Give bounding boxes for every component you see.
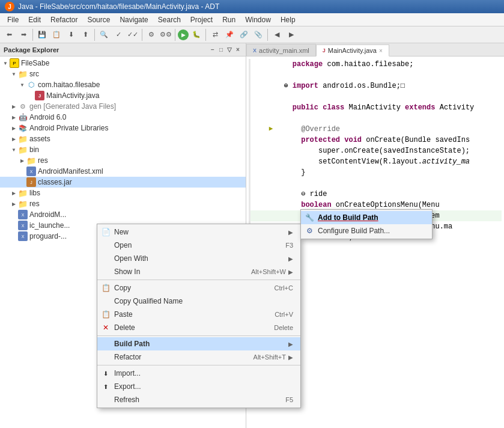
icon-bin: 📁 — [18, 145, 28, 154]
ctx-open[interactable]: Open F3 — [97, 239, 300, 252]
ctx-new-icon: 📄 — [101, 227, 111, 237]
label-res: res — [29, 200, 40, 208]
ctx-copy[interactable]: 📋 Copy Ctrl+C — [97, 281, 300, 295]
tree-item-androidm[interactable]: X AndroidM... — [0, 209, 246, 220]
toolbar-btn-11[interactable]: ⇄ — [208, 28, 222, 41]
tree-item-filesabe[interactable]: ▼ P FileSabe — [0, 58, 246, 69]
run-button[interactable]: ▶ — [178, 29, 189, 40]
menu-run[interactable]: Run — [217, 14, 240, 25]
toolbar-sep-1 — [32, 29, 33, 41]
icon-package: ⬡ — [26, 80, 36, 90]
arrow-src: ▼ — [11, 71, 17, 77]
ctx-new[interactable]: 📄 New ▶ — [97, 225, 300, 239]
toolbar-btn-debug[interactable]: 🐛 — [190, 28, 203, 41]
label-assets: assets — [29, 135, 50, 143]
toolbar-sep-2 — [94, 29, 95, 41]
submenu-add-to-build-path[interactable]: 🔧 Add to Build Path — [301, 211, 432, 224]
tab-mainactivity-close[interactable]: × — [379, 47, 383, 54]
ctx-delete[interactable]: ✕ Delete Delete — [97, 321, 300, 334]
arrow-bin: ▼ — [11, 147, 17, 153]
menu-help[interactable]: Help — [276, 14, 300, 25]
menu-search[interactable]: Search — [153, 14, 186, 25]
ctx-copy-qualified-label: Copy Qualified Name — [114, 297, 293, 305]
panel-explorer-maximize[interactable]: □ — [217, 46, 225, 54]
menu-file[interactable]: File — [2, 14, 23, 25]
tree-item-res-bin[interactable]: ▶ 📁 res — [0, 155, 246, 166]
toolbar-btn-5[interactable]: ⬆ — [79, 28, 92, 41]
label-filesabe: FileSabe — [21, 59, 49, 67]
tree-item-android60[interactable]: ▶ 🤖 Android 6.0 — [0, 112, 246, 123]
submenu-add-icon: 🔧 — [305, 213, 314, 222]
tree-item-gen[interactable]: ▶ ⚙ gen [Generated Java Files] — [0, 101, 246, 112]
arrow-android60: ▶ — [11, 114, 17, 120]
ctx-import-label: Import... — [114, 369, 293, 378]
tree-item-res[interactable]: ▶ 📁 res — [0, 198, 246, 209]
icon-assets: 📁 — [18, 134, 28, 144]
toolbar-btn-1[interactable]: ⬅ — [2, 28, 16, 41]
ctx-delete-label: Delete — [114, 323, 262, 332]
toolbar-btn-6[interactable]: 🔍 — [97, 28, 111, 41]
arrow-gen: ▶ — [11, 103, 17, 109]
code-line-blank2 — [249, 113, 502, 124]
tree-item-mainactivity[interactable]: J MainActivity.java — [0, 90, 246, 101]
ctx-build-path-label: Build Path — [114, 340, 286, 348]
tree-item-package[interactable]: ▼ ⬡ com.haitao.filesabe — [0, 79, 246, 90]
ctx-export[interactable]: ⬆ Export... — [97, 380, 300, 393]
arrow-assets: ▶ — [11, 136, 17, 142]
menu-edit[interactable]: Edit — [23, 14, 46, 25]
toolbar-btn-4[interactable]: ⬇ — [64, 28, 77, 41]
code-line-closebrace: } — [249, 167, 502, 178]
icon-project-filesabe: P — [10, 58, 19, 68]
ctx-export-icon: ⬆ — [101, 382, 111, 391]
build-path-submenu: 🔧 Add to Build Path ⚙ Configure Build Pa… — [300, 209, 433, 239]
menu-refactor[interactable]: Refactor — [46, 14, 82, 25]
tree-item-src[interactable]: ▼ 📁 src — [0, 69, 246, 79]
ctx-paste[interactable]: 📋 Paste Ctrl+V — [97, 308, 300, 321]
icon-androidm: X — [18, 210, 28, 219]
ctx-refresh[interactable]: Refresh F5 — [97, 393, 300, 406]
toolbar-btn-13[interactable]: 🔗 — [237, 28, 250, 41]
toolbar-btn-9[interactable]: ⚙ — [145, 28, 158, 41]
ctx-delete-icon: ✕ — [101, 323, 111, 332]
tree-item-androidmanifest-bin[interactable]: X AndroidManifest.xml — [0, 166, 246, 177]
menu-project[interactable]: Project — [186, 14, 217, 25]
window-title: Java - FileSabe/src/com/haitao/filesabe/… — [18, 2, 219, 11]
panel-explorer-close[interactable]: × — [234, 46, 242, 54]
ctx-open-with[interactable]: Open With ▶ — [97, 252, 300, 265]
ctx-refactor[interactable]: Refactor Alt+Shift+T ▶ — [97, 350, 300, 364]
tab-mainactivity[interactable]: J MainActivity.java × — [316, 44, 389, 57]
code-line-blank3 — [249, 178, 502, 189]
tree-item-android-private[interactable]: ▶ 📚 Android Private Libraries — [0, 123, 246, 133]
panel-explorer-minimize[interactable]: − — [208, 46, 217, 54]
toolbar-btn-15[interactable]: ◀ — [270, 28, 284, 41]
menu-navigate[interactable]: Navigate — [115, 14, 153, 25]
ctx-refresh-label: Refresh — [114, 396, 273, 404]
toolbar-btn-2[interactable]: ➡ — [17, 28, 30, 41]
tree-item-assets[interactable]: ▶ 📁 assets — [0, 133, 246, 144]
toolbar-btn-8[interactable]: ✓✓ — [126, 28, 139, 41]
toolbar-btn-12[interactable]: 📌 — [223, 28, 236, 41]
icon-java-mainactivity: J — [35, 91, 44, 100]
toolbar-sep-6 — [267, 29, 268, 41]
tree-item-libs[interactable]: ▶ 📁 libs — [0, 188, 246, 198]
toolbar-btn-16[interactable]: ▶ — [285, 28, 298, 41]
panel-explorer-menu[interactable]: ▽ — [225, 46, 234, 54]
toolbar-btn-7[interactable]: ✓ — [112, 28, 125, 41]
ctx-import[interactable]: ⬇ Import... — [97, 367, 300, 380]
tree-item-bin[interactable]: ▼ 📁 bin — [0, 144, 246, 155]
menu-window[interactable]: Window — [240, 14, 276, 25]
toolbar-btn-save[interactable]: 💾 — [35, 28, 49, 41]
toolbar-btn-10[interactable]: ⚙⚙ — [159, 28, 172, 41]
arrow-res-bin: ▶ — [19, 157, 25, 164]
menu-source[interactable]: Source — [82, 14, 115, 25]
tree-item-classes-jar[interactable]: J classes.jar — [0, 177, 246, 188]
submenu-configure-build-path[interactable]: ⚙ Configure Build Path... — [301, 224, 432, 237]
ctx-refactor-label: Refactor — [114, 353, 241, 361]
ctx-show-in[interactable]: Show In Alt+Shift+W ▶ — [97, 265, 300, 278]
toolbar-btn-14[interactable]: 📎 — [252, 28, 265, 41]
ctx-copy-qualified[interactable]: Copy Qualified Name — [97, 295, 300, 308]
ctx-sep-2 — [97, 335, 300, 336]
ctx-build-path[interactable]: Build Path ▶ — [97, 337, 300, 350]
toolbar-btn-3[interactable]: 📋 — [50, 28, 63, 41]
tab-activity-main[interactable]: X activity_main.xml — [246, 44, 316, 56]
